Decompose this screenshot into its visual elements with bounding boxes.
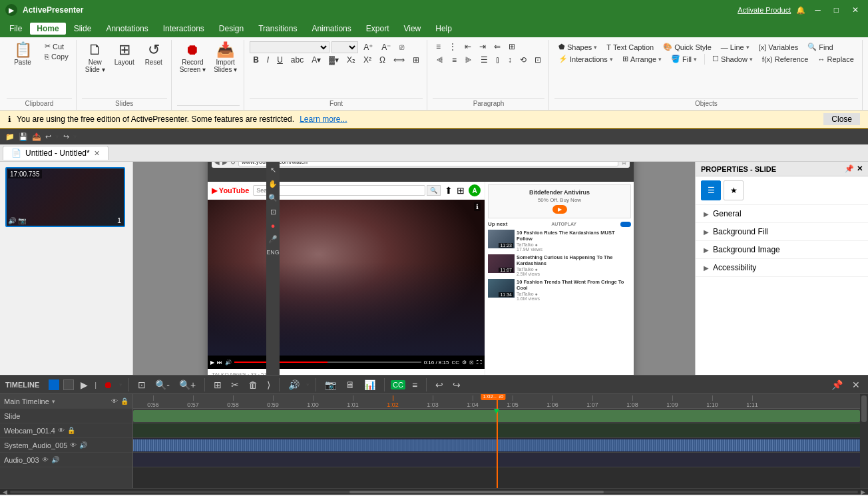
symbol-button[interactable]: Ω (376, 55, 389, 65)
props-tab-layout[interactable]: ☰ (701, 180, 721, 200)
nav-bookmark[interactable]: ☆ (621, 162, 627, 166)
doc-tab-close[interactable]: ✕ (94, 149, 100, 158)
new-slide-button[interactable]: 🗋 NewSlide ▾ (82, 41, 108, 75)
menu-design[interactable]: Design (212, 23, 250, 35)
bullets-button[interactable]: ≡ (433, 41, 444, 52)
superscript-button[interactable]: X² (360, 55, 375, 65)
import-slides-button[interactable]: 📥 ImportSlides ▾ (211, 41, 240, 75)
slide-1-thumb[interactable]: 17:00.735 🔊 📷 1 (5, 167, 125, 227)
align-right[interactable]: ⫸ (461, 55, 476, 65)
bold-button[interactable]: B (250, 55, 262, 65)
subscript-button[interactable]: X₂ (343, 55, 359, 65)
yt-avatar[interactable]: A (469, 184, 481, 196)
tl-stop-btn[interactable] (63, 379, 74, 390)
font-size-decrease[interactable]: A⁻ (378, 42, 394, 53)
maximize-button[interactable]: □ (830, 4, 843, 16)
tl-chart[interactable]: 📊 (361, 378, 378, 391)
main-timeline-eye[interactable]: 👁 (111, 397, 118, 405)
text-dir[interactable]: ⟲ (517, 55, 530, 65)
find-button[interactable]: 🔍 Find (803, 41, 837, 53)
menu-help[interactable]: Help (429, 23, 459, 35)
props-section-general[interactable]: ▶ General (696, 205, 868, 223)
tl-audio-mix[interactable]: 🔊 (286, 378, 302, 391)
reset-button[interactable]: ↺ Reset (140, 41, 167, 67)
replace-button[interactable]: ↔ Replace (814, 54, 858, 65)
tl-captions[interactable]: CC (391, 380, 405, 389)
lttool-lang[interactable]: ENG (265, 248, 281, 257)
minimize-button[interactable]: ─ (811, 4, 825, 16)
fullscreen-btn[interactable]: ⛶ (477, 360, 482, 366)
menu-slide[interactable]: Slide (67, 23, 99, 35)
system-audio-eye[interactable]: 👁 (70, 441, 77, 449)
reference-button[interactable]: f(x) Reference (758, 54, 813, 65)
lttool-zoom[interactable]: 🔍 (267, 192, 279, 204)
font-size-increase[interactable]: A⁺ (360, 42, 376, 53)
lttool-cursor[interactable]: ↖ (269, 164, 278, 176)
char-spacing[interactable]: ⟺ (390, 55, 408, 65)
yt-search-button[interactable]: 🔍 (427, 185, 441, 196)
close-button[interactable]: ✕ (848, 4, 863, 16)
webcam-lock[interactable]: 🔒 (67, 427, 75, 434)
italic-button[interactable]: I (264, 55, 272, 65)
cut-button[interactable]: ✂ Cut (41, 41, 72, 51)
volume-btn[interactable]: 🔊 (225, 360, 232, 366)
timeline-scroll-left[interactable]: ◀ (3, 489, 7, 495)
paste-button[interactable]: 📋 Paste (7, 41, 39, 67)
menu-file[interactable]: File (3, 23, 29, 35)
shadow-button[interactable]: ☐ Shadow ▾ (708, 53, 757, 65)
record-button[interactable]: ⏺ RecordScreen ▾ (177, 41, 208, 75)
indent-dec[interactable]: ⇤ (461, 41, 475, 52)
menu-annotations[interactable]: Annotations (99, 23, 154, 35)
fill-button[interactable]: 🪣 Fill ▾ (667, 53, 701, 65)
tl-zoom-in[interactable]: 🔍+ (176, 378, 198, 391)
menu-export[interactable]: Export (359, 23, 396, 35)
settings-btn[interactable]: ⚙ (462, 360, 467, 366)
system-audio-speaker[interactable]: 🔊 (79, 441, 87, 449)
qa-undo[interactable]: ↩ (45, 132, 51, 141)
qa-redo[interactable]: ↪ (63, 132, 69, 141)
progress-bar[interactable] (234, 362, 421, 363)
audio-003-eye[interactable]: 👁 (42, 456, 49, 463)
tl-play-btn[interactable]: ▶ (78, 378, 91, 391)
menu-view[interactable]: View (397, 23, 427, 35)
line-button[interactable]: — Line ▾ (717, 42, 754, 53)
props-section-accessibility[interactable]: ▶ Accessibility (696, 259, 868, 277)
props-pin-icon[interactable]: 📌 (845, 164, 854, 173)
audio-003-speaker[interactable]: 🔊 (51, 456, 59, 463)
underline-button[interactable]: U (274, 55, 286, 65)
video-rec-2[interactable]: 11:07 Something Curious Is Happening To … (488, 254, 631, 276)
url-bar[interactable]: www.youtube.com/watch (238, 162, 618, 166)
nav-forward[interactable]: ▶ (222, 162, 228, 166)
shapes-button[interactable]: ⬟ Shapes ▾ (554, 41, 601, 53)
tl-close[interactable]: ✕ (849, 378, 863, 391)
strikethrough-button[interactable]: abc (288, 55, 307, 65)
ad-button[interactable]: ▶ (552, 205, 567, 214)
timeline-scroll-right[interactable]: ▶ (861, 489, 865, 495)
tl-camera[interactable]: 📷 (322, 378, 339, 391)
para-expand[interactable]: ⊡ (531, 55, 544, 65)
interactions-button[interactable]: ⚡ Interactions ▾ (554, 53, 617, 65)
lttool-crop[interactable]: ⊡ (269, 206, 278, 218)
play-btn[interactable]: ▶ (210, 360, 214, 366)
columns[interactable]: ⫿ (493, 55, 503, 65)
close-notification-button[interactable]: Close (823, 113, 860, 125)
nav-refresh[interactable]: ↺ (230, 162, 236, 166)
variables-button[interactable]: [x] Variables (755, 42, 803, 53)
props-tab-style[interactable]: ★ (724, 180, 744, 200)
tl-split[interactable]: ✂ (228, 378, 242, 391)
menu-home[interactable]: Home (30, 23, 65, 35)
activate-product-link[interactable]: Activate Product (738, 6, 791, 14)
nav-back[interactable]: ◀ (214, 162, 220, 166)
layout-button[interactable]: ⊞ Layout (111, 41, 138, 67)
theater-btn[interactable]: ⊡ (469, 360, 474, 366)
align-center[interactable]: ≡ (449, 55, 460, 65)
lttool-pan[interactable]: ✋ (267, 178, 279, 190)
align-left[interactable]: ⫷ (433, 55, 447, 65)
quick-style-button[interactable]: 🎨 Quick Style (659, 41, 716, 53)
rtl[interactable]: ⇐ (491, 41, 504, 52)
tl-marker-add[interactable]: ⊞ (211, 378, 224, 391)
autoplay-toggle[interactable] (620, 222, 631, 227)
arrange-button[interactable]: ⊞ Arrange ▾ (618, 53, 666, 65)
align-justify[interactable]: ☰ (477, 55, 491, 65)
props-section-background-image[interactable]: ▶ Background Image (696, 241, 868, 259)
